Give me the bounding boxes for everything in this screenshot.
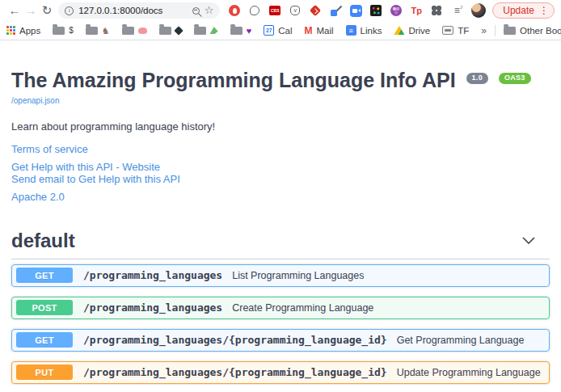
dollar-accessory: $ [69, 27, 74, 35]
bookmark-tf[interactable]: TF [442, 26, 469, 36]
bookmarks-bar: Apps $ ♞ ♥ 27 Cal M Mail ≡ Links Drive [0, 21, 561, 40]
bookmark-cal-label: Cal [278, 26, 292, 36]
bookmark-links[interactable]: ≡ Links [346, 25, 382, 36]
other-bookmarks-label: Other Bookmarks [520, 26, 561, 36]
endpoint-row-get-one[interactable]: GET /programming_languages/{programming_… [11, 329, 550, 352]
endpoint-summary: Get Programming Language [397, 335, 525, 346]
bookmark-mail-label: Mail [316, 26, 333, 36]
openapi-json-link[interactable]: /openapi.json [11, 96, 60, 105]
bookmark-star-icon[interactable]: ☆ [205, 2, 214, 19]
endpoint-summary: List Programming Languages [232, 270, 364, 281]
method-badge: POST [16, 300, 73, 315]
bookmark-mail[interactable]: M Mail [304, 25, 333, 36]
endpoint-row-post-create[interactable]: POST /programming_languages Create Progr… [11, 297, 550, 319]
address-bar[interactable]: i 127.0.0.1:8000/docs ☆ [58, 2, 220, 19]
tp-extension-icon[interactable]: Tp [410, 4, 423, 17]
profile-avatar[interactable] [471, 3, 486, 18]
forward-icon[interactable]: → [23, 0, 39, 21]
folder-icon [230, 27, 243, 35]
gray-puzzle-extension-icon[interactable] [430, 4, 443, 17]
eyedropper-extension-icon[interactable] [329, 4, 342, 17]
bookmarks-divider [495, 25, 496, 36]
folder-icon [194, 27, 206, 35]
endpoint-row-get-list[interactable]: GET /programming_languages List Programm… [11, 264, 550, 287]
api-title-text: The Amazing Programming Language Info AP… [11, 69, 456, 91]
music-playlist-extension-icon[interactable]: ≡♪ [450, 4, 463, 17]
reload-icon[interactable]: ↻ [39, 0, 55, 21]
oas3-badge: OAS3 [499, 73, 531, 84]
endpoint-path: /programming_languages/{programming_lang… [83, 334, 387, 346]
horse-icon: ♞ [102, 27, 110, 35]
bookmark-links-label: Links [361, 26, 382, 36]
folder-icon [86, 27, 98, 35]
bookmark-apps-label: Apps [19, 26, 40, 36]
endpoint-path: /programming_languages/{programming_lang… [83, 366, 387, 378]
brain-icon [138, 27, 147, 34]
endpoint-row-put-update[interactable]: PUT /programming_languages/{programming_… [11, 361, 550, 384]
bookmark-tf-label: TF [458, 26, 469, 36]
pocket-extension-icon[interactable]: ∨ [289, 4, 302, 17]
method-badge: GET [16, 332, 73, 348]
get-help-website-link[interactable]: Get Help with this API - Website [11, 161, 550, 173]
folder-icon [122, 27, 134, 35]
chat-bubble-extension-icon[interactable] [248, 4, 261, 17]
green-leaf-icon [210, 27, 218, 34]
bookmark-folder-heart[interactable]: ♥ [230, 26, 252, 36]
endpoint-summary: Update Programming Language [397, 367, 541, 378]
apps-grid-icon [6, 26, 15, 35]
gmail-icon: M [304, 25, 312, 36]
bookmark-folder-dollar[interactable]: $ [53, 27, 74, 35]
section-header-default[interactable]: default [11, 230, 550, 259]
other-bookmarks[interactable]: Other Bookmarks [504, 26, 561, 36]
graduation-cap-icon [174, 26, 183, 35]
endpoint-path: /programming_languages [83, 269, 222, 281]
cbs-extension-icon[interactable]: CBS [268, 4, 281, 17]
bookmark-folder-brain[interactable] [122, 27, 147, 35]
tf-icon [442, 26, 453, 35]
bookmark-folder-horse[interactable]: ♞ [86, 27, 110, 35]
swagger-page: The Amazing Programming Language Info AP… [0, 40, 561, 392]
version-badge: 1.0 [466, 73, 488, 84]
drive-icon [394, 26, 404, 35]
method-badge: GET [16, 268, 73, 283]
extensions-row: CBS ∨ Tp ≡♪ [228, 4, 463, 17]
purple-flower-extension-icon[interactable] [390, 4, 403, 17]
api-description: Learn about programming language history… [11, 120, 550, 133]
confetti-grid-extension-icon[interactable] [369, 4, 382, 17]
section-title: default [11, 230, 75, 252]
purple-heart-icon: ♥ [247, 26, 252, 36]
update-button[interactable]: Update ⋮ [492, 2, 555, 19]
chevron-down-icon[interactable] [522, 237, 535, 244]
bookmark-cal[interactable]: 27 Cal [264, 25, 292, 36]
send-email-link[interactable]: Send email to Get Help with this API [11, 173, 550, 185]
page-title: The Amazing Programming Language Info AP… [11, 70, 550, 92]
bookmark-drive-label: Drive [408, 26, 430, 36]
kebab-menu-icon[interactable]: ⋮ [539, 5, 549, 16]
license-link[interactable]: Apache 2.0 [11, 191, 550, 203]
zoom-out-icon[interactable] [192, 7, 200, 15]
url-text[interactable]: 127.0.0.1:8000/docs [78, 6, 187, 15]
red-circle-extension-icon[interactable] [228, 4, 241, 17]
folder-icon [159, 27, 171, 35]
bookmark-folder-graduation[interactable] [159, 27, 182, 35]
bookmark-drive[interactable]: Drive [394, 26, 430, 36]
bookmark-folder-green[interactable] [194, 27, 218, 35]
folder-icon [504, 27, 516, 35]
terms-of-service-link[interactable]: Terms of service [11, 143, 550, 155]
update-button-label: Update [503, 5, 534, 16]
folder-icon [53, 27, 65, 35]
back-icon[interactable]: ← [6, 0, 23, 21]
bookmark-apps[interactable]: Apps [6, 26, 40, 36]
bookmarks-overflow-chevron[interactable]: » [481, 25, 487, 36]
calendar-icon: 27 [264, 25, 274, 36]
browser-toolbar: ← → ↻ i 127.0.0.1:8000/docs ☆ CBS ∨ Tp ≡… [0, 0, 561, 21]
endpoint-summary: Create Programming Language [232, 302, 373, 314]
endpoint-path: /programming_languages [83, 301, 222, 314]
red-diamond-arrow-extension-icon[interactable] [309, 4, 322, 17]
method-badge: PUT [16, 365, 73, 380]
video-camera-extension-icon[interactable] [349, 4, 362, 17]
links-icon: ≡ [346, 25, 356, 36]
site-info-icon[interactable]: i [65, 6, 74, 15]
